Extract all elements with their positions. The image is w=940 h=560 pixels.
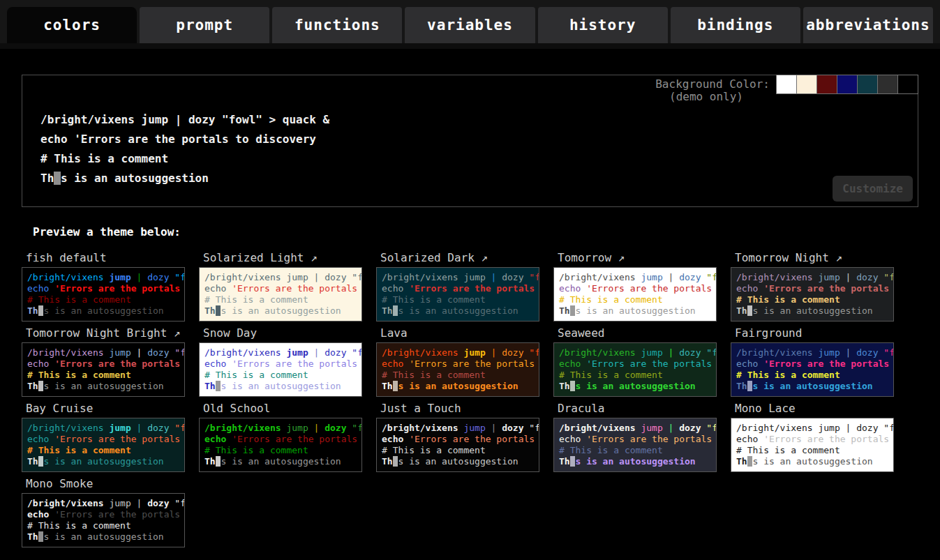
sample-path: /bright/vixens <box>382 423 458 433</box>
theme-sample[interactable]: /bright/vixens jump | dozy "fowl" > quac… <box>22 342 185 397</box>
sample-error: 'Errors are the portals to discovery <box>54 358 185 369</box>
sample-comment: # This is a comment <box>27 445 131 455</box>
theme-name: Solarized Dark <box>380 251 475 264</box>
theme-title: Dracula <box>558 402 731 416</box>
theme-card-lava[interactable]: Lava /bright/vixens jump | dozy "fowl" >… <box>376 326 553 397</box>
theme-sample[interactable]: /bright/vixens jump | dozy "fowl" > quac… <box>553 267 717 321</box>
sample-echo: echo <box>27 283 54 294</box>
theme-sample[interactable]: /bright/vixens jump | dozy "fowl" > quac… <box>22 418 185 472</box>
theme-line-command: /bright/vixens jump | dozy "fowl" > quac… <box>559 272 711 283</box>
theme-line-comment: # This is a comment <box>382 370 534 381</box>
sample-quote: "fowl" > quack & <box>879 272 894 282</box>
sample-path: /bright/vixens <box>40 113 135 126</box>
sample-autosuggestion: s is an autosuggestion <box>43 381 163 391</box>
theme-card-mono-smoke[interactable]: Mono Smoke /bright/vixens jump | dozy "f… <box>22 477 199 547</box>
theme-sample[interactable]: /bright/vixens jump | dozy "fowl" > quac… <box>199 267 362 321</box>
tab-functions[interactable]: functions <box>272 7 402 43</box>
theme-line-error: echo 'Errors are the portals to discover… <box>27 434 179 445</box>
theme-sample[interactable]: /bright/vixens jump | dozy "fowl" > quac… <box>376 267 539 321</box>
sample-quote: "fowl" > quack & <box>524 423 539 433</box>
sample-echo: echo <box>27 434 54 444</box>
tab-bindings[interactable]: bindings <box>671 7 800 43</box>
theme-card-old-school[interactable]: Old School /bright/vixens jump | dozy "f… <box>199 402 376 472</box>
sample-error: 'Errors are the portals to discovery <box>763 283 894 294</box>
sample-echo: echo <box>736 434 763 444</box>
theme-sample[interactable]: /bright/vixens jump | dozy "fowl" > quac… <box>199 418 362 472</box>
sample-autosuggestion: s is an autosuggestion <box>752 456 872 467</box>
theme-sample[interactable]: /bright/vixens jump | dozy "fowl" > quac… <box>376 342 539 397</box>
sample-pipe: | <box>131 347 147 358</box>
theme-card-tomorrow-night-bright[interactable]: Tomorrow Night Bright ↗ /bright/vixens j… <box>22 326 199 397</box>
bg-swatch-0[interactable] <box>777 75 796 93</box>
tab-variables[interactable]: variables <box>405 7 535 43</box>
bg-swatch-5[interactable] <box>877 75 897 93</box>
theme-card-solarized-light[interactable]: Solarized Light ↗ /bright/vixens jump | … <box>199 251 376 321</box>
theme-line-autosuggestion: This is an autosuggestion <box>27 531 179 543</box>
sample-pipe: | <box>486 347 502 358</box>
bg-swatch-3[interactable] <box>837 75 857 93</box>
sample-echo: echo <box>204 434 232 444</box>
bg-swatch-2[interactable] <box>816 75 837 93</box>
theme-card-mono-lace[interactable]: Mono Lace /bright/vixens jump | dozy "fo… <box>731 402 908 472</box>
theme-card-fish-default[interactable]: fish default /bright/vixens jump | dozy … <box>22 251 199 321</box>
theme-line-error: echo 'Errors are the portals to discover… <box>27 283 179 294</box>
customize-button[interactable]: Customize <box>833 176 913 202</box>
sample-comment: # This is a comment <box>40 152 168 165</box>
theme-sample[interactable]: /bright/vixens jump | dozy "fowl" > quac… <box>553 418 717 472</box>
tab-abbreviations[interactable]: abbreviations <box>803 7 933 43</box>
tab-colors[interactable]: colors <box>7 7 137 43</box>
sample-pipe: | <box>663 347 679 358</box>
theme-sample[interactable]: /bright/vixens jump | dozy "fowl" > quac… <box>199 342 362 397</box>
sample-echo: echo <box>27 358 54 369</box>
theme-line-error: echo 'Errors are the portals to discover… <box>27 509 179 520</box>
theme-line-command: /bright/vixens jump | dozy "fowl" > quac… <box>736 423 888 434</box>
sample-pipe: | <box>131 272 147 282</box>
theme-sample[interactable]: /bright/vixens jump | dozy "fowl" > quac… <box>553 342 717 397</box>
sample-pipe: | <box>840 423 856 433</box>
sample-jump: jump <box>813 272 840 282</box>
theme-line-comment: # This is a comment <box>559 445 711 456</box>
sample-th: Th <box>204 305 216 316</box>
theme-sample[interactable]: /bright/vixens jump | dozy "fowl" > quac… <box>376 418 539 472</box>
bg-swatch-1[interactable] <box>796 75 816 93</box>
sample-error: 'Errors are the portals to discovery <box>409 358 539 369</box>
theme-line-error: echo 'Errors are the portals to discover… <box>736 283 888 294</box>
tab-history[interactable]: history <box>538 7 668 43</box>
sample-path: /bright/vixens <box>559 272 636 282</box>
theme-card-fairground[interactable]: Fairground /bright/vixens jump | dozy "f… <box>731 326 908 397</box>
sample-quote: "fowl" > quack & <box>215 113 329 126</box>
sample-th: Th <box>736 456 747 467</box>
terminal-line-comment: # This is a comment <box>40 149 329 169</box>
sample-pipe: | <box>131 498 147 508</box>
bg-swatch-4[interactable] <box>857 75 877 93</box>
theme-card-dracula[interactable]: Dracula /bright/vixens jump | dozy "fowl… <box>553 402 731 472</box>
sample-path: /bright/vixens <box>736 272 813 282</box>
theme-line-error: echo 'Errors are the portals to discover… <box>736 434 888 445</box>
theme-line-error: echo 'Errors are the portals to discover… <box>559 358 711 370</box>
theme-card-seaweed[interactable]: Seaweed /bright/vixens jump | dozy "fowl… <box>553 326 731 397</box>
theme-card-tomorrow-night[interactable]: Tomorrow Night ↗ /bright/vixens jump | d… <box>731 251 908 321</box>
section-heading: Preview a theme below: <box>33 226 940 238</box>
sample-jump: jump <box>458 423 486 433</box>
sample-th: Th <box>204 381 216 391</box>
background-swatches <box>776 75 918 94</box>
theme-sample[interactable]: /bright/vixens jump | dozy "fowl" > quac… <box>731 267 894 321</box>
tab-prompt[interactable]: prompt <box>140 7 269 43</box>
theme-sample[interactable]: /bright/vixens jump | dozy "fowl" > quac… <box>731 342 894 397</box>
sample-echo: echo <box>559 434 586 444</box>
theme-sample[interactable]: /bright/vixens jump | dozy "fowl" > quac… <box>731 418 894 472</box>
theme-name: Lava <box>380 326 408 340</box>
theme-sample[interactable]: /bright/vixens jump | dozy "fowl" > quac… <box>22 267 185 321</box>
theme-card-snow-day[interactable]: Snow Day /bright/vixens jump | dozy "fow… <box>199 326 376 397</box>
theme-card-bay-cruise[interactable]: Bay Cruise /bright/vixens jump | dozy "f… <box>22 402 199 472</box>
theme-sample[interactable]: /bright/vixens jump | dozy "fowl" > quac… <box>22 493 185 547</box>
theme-card-just-a-touch[interactable]: Just a Touch /bright/vixens jump | dozy … <box>376 402 553 472</box>
theme-card-tomorrow[interactable]: Tomorrow ↗ /bright/vixens jump | dozy "f… <box>553 251 731 321</box>
theme-line-comment: # This is a comment <box>27 445 179 456</box>
bg-swatch-6[interactable] <box>897 75 918 93</box>
sample-path: /bright/vixens <box>736 347 813 358</box>
theme-name: Fairground <box>735 326 802 340</box>
external-link-icon: ↗ <box>475 251 488 264</box>
theme-card-solarized-dark[interactable]: Solarized Dark ↗ /bright/vixens jump | d… <box>376 251 553 321</box>
tab-bar: colorspromptfunctionsvariableshistorybin… <box>0 0 940 43</box>
